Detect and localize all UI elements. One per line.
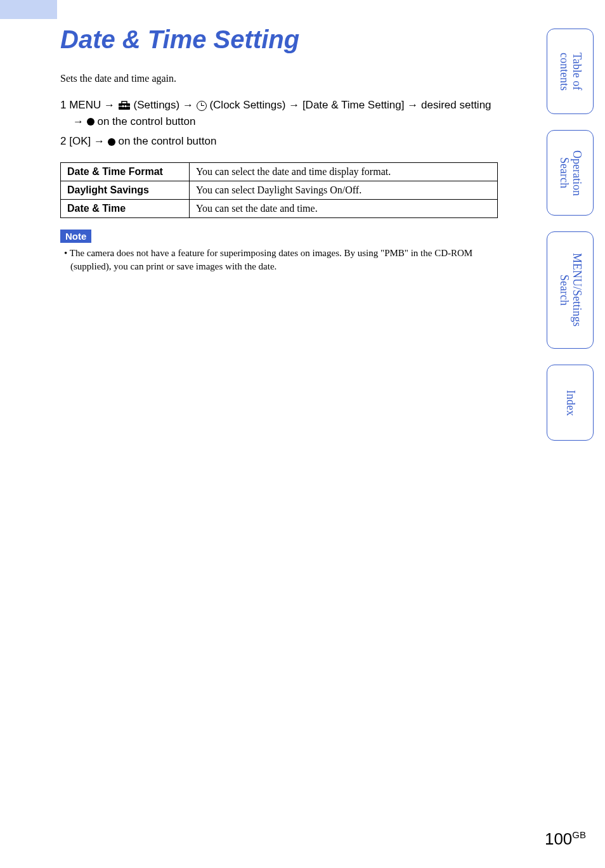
header-blue-bar xyxy=(0,0,57,19)
svg-rect-1 xyxy=(122,101,127,104)
svg-rect-4 xyxy=(125,105,126,107)
step-datetime-label: [Date & Time Setting] xyxy=(302,99,405,111)
clock-icon xyxy=(197,101,207,111)
page-number-value: 100 xyxy=(545,829,572,848)
arrow-icon: → xyxy=(104,99,118,111)
step-1: 1 MENU → (Settings) → (Clock Settings) →… xyxy=(60,97,498,129)
table-row: Daylight Savings You can select Daylight… xyxy=(61,181,498,199)
step-ok-label: [OK] xyxy=(69,135,91,147)
table-cell-label: Date & Time Format xyxy=(61,162,190,181)
tab-index[interactable]: Index xyxy=(547,365,594,441)
main-content: Date & Time Setting Sets the date and ti… xyxy=(0,0,520,273)
step-control-label: on the control button xyxy=(118,135,216,147)
arrow-icon: → xyxy=(289,99,302,111)
dot-icon xyxy=(87,118,94,126)
dot-icon xyxy=(108,138,115,146)
arrow-icon: → xyxy=(73,115,87,127)
table-row: Date & Time Format You can select the da… xyxy=(61,162,498,181)
table-cell-label: Daylight Savings xyxy=(61,181,190,199)
svg-rect-3 xyxy=(122,105,124,107)
step-2: 2 [OK] → on the control button xyxy=(60,133,498,150)
steps-list: 1 MENU → (Settings) → (Clock Settings) →… xyxy=(60,97,498,150)
page-number-suffix: GB xyxy=(572,829,586,840)
step-number: 2 xyxy=(60,135,66,147)
arrow-icon: → xyxy=(183,99,197,111)
arrow-icon: → xyxy=(407,99,421,111)
svg-rect-2 xyxy=(119,106,130,107)
page-number: 100GB xyxy=(545,829,586,849)
table-cell-label: Date & Time xyxy=(61,199,190,217)
note-section: Note • The camera does not have a featur… xyxy=(60,230,498,273)
intro-text: Sets the date and time again. xyxy=(60,73,498,84)
note-text: • The camera does not have a feature for… xyxy=(60,247,498,273)
note-label: Note xyxy=(60,230,91,243)
page-title: Date & Time Setting xyxy=(60,25,498,54)
step-menu-label: MENU xyxy=(69,99,101,111)
toolbox-icon xyxy=(118,101,131,110)
step-clock-label: (Clock Settings) xyxy=(209,99,285,111)
table-cell-desc: You can set the date and time. xyxy=(190,199,498,217)
step-settings-label: (Settings) xyxy=(133,99,179,111)
side-tabs: Table of contents Operation Search MENU/… xyxy=(547,29,594,441)
step-desired-label: desired setting xyxy=(421,99,491,111)
settings-table: Date & Time Format You can select the da… xyxy=(60,162,498,218)
step-control-label: on the control button xyxy=(97,115,195,127)
table-row: Date & Time You can set the date and tim… xyxy=(61,199,498,217)
table-cell-desc: You can select the date and time display… xyxy=(190,162,498,181)
step-number: 1 xyxy=(60,99,66,111)
tab-operation-search[interactable]: Operation Search xyxy=(547,130,594,216)
tab-table-of-contents[interactable]: Table of contents xyxy=(547,29,594,114)
arrow-icon: → xyxy=(94,135,108,147)
table-cell-desc: You can select Daylight Savings On/Off. xyxy=(190,181,498,199)
note-text-content: The camera does not have a feature for s… xyxy=(70,248,472,271)
tab-menu-settings-search[interactable]: MENU/Settings Search xyxy=(547,231,594,349)
